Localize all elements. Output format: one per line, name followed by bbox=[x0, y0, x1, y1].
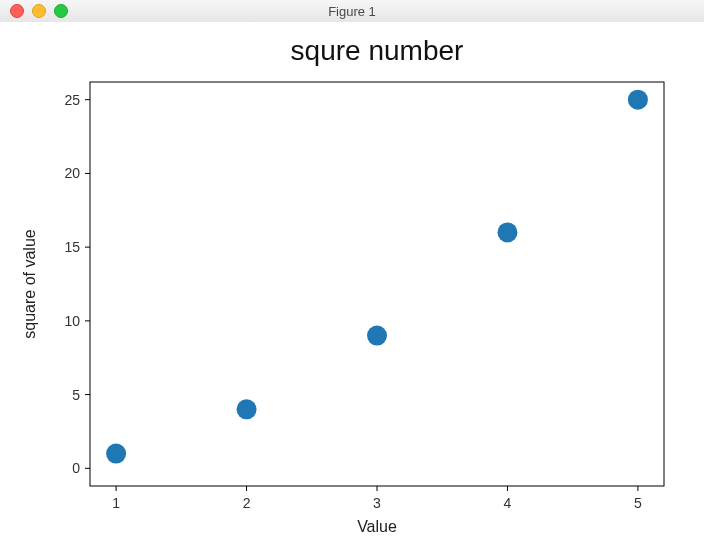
x-tick-label: 3 bbox=[373, 495, 381, 511]
data-point bbox=[628, 90, 648, 110]
x-tick-label: 5 bbox=[634, 495, 642, 511]
window-title: Figure 1 bbox=[0, 4, 704, 19]
data-point bbox=[497, 222, 517, 242]
plot-frame bbox=[90, 82, 664, 486]
y-tick-label: 20 bbox=[64, 165, 80, 181]
figure-canvas: 123450510152025Valuesquare of valuesqure… bbox=[0, 22, 704, 546]
y-tick-label: 15 bbox=[64, 239, 80, 255]
data-point bbox=[367, 326, 387, 346]
chart-title: squre number bbox=[291, 35, 464, 66]
scatter-chart: 123450510152025Valuesquare of valuesqure… bbox=[0, 22, 704, 546]
x-tick-label: 4 bbox=[504, 495, 512, 511]
y-axis-label: square of value bbox=[21, 229, 38, 339]
x-axis-label: Value bbox=[357, 518, 397, 535]
x-tick-label: 1 bbox=[112, 495, 120, 511]
y-tick-label: 10 bbox=[64, 313, 80, 329]
app-window: Figure 1 123450510152025Valuesquare of v… bbox=[0, 0, 704, 546]
data-point bbox=[237, 399, 257, 419]
data-point bbox=[106, 444, 126, 464]
y-tick-label: 0 bbox=[72, 460, 80, 476]
y-tick-label: 5 bbox=[72, 387, 80, 403]
y-tick-label: 25 bbox=[64, 92, 80, 108]
titlebar: Figure 1 bbox=[0, 0, 704, 23]
x-tick-label: 2 bbox=[243, 495, 251, 511]
